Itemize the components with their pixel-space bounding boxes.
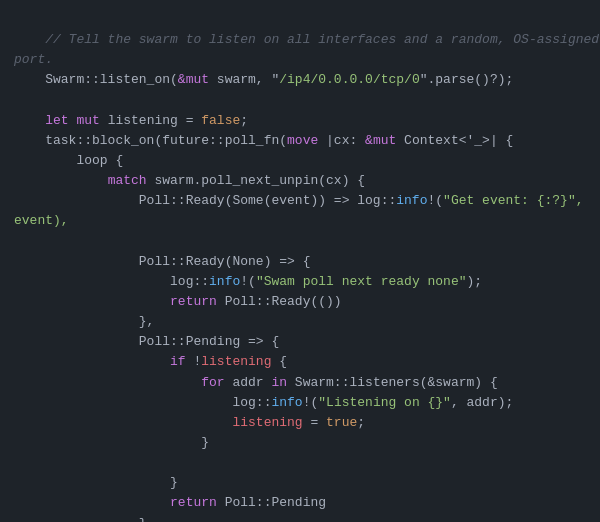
- code-line: Poll::Ready(Some(event)) => log::info!("…: [14, 193, 584, 208]
- code-line: event),: [14, 213, 69, 228]
- code-line: match swarm.poll_next_unpin(cx) {: [14, 173, 365, 188]
- code-line: log::info!("Swam poll next ready none");: [14, 274, 482, 289]
- code-line: loop {: [14, 153, 123, 168]
- comment-line2: port.: [14, 52, 53, 67]
- code-line: }: [14, 516, 147, 522]
- code-line: return Poll::Pending: [14, 495, 326, 510]
- code-line: task::block_on(future::poll_fn(move |cx:…: [14, 133, 513, 148]
- comment-line1: // Tell the swarm to listen on all inter…: [14, 32, 599, 47]
- code-line: if !listening {: [14, 354, 287, 369]
- code-line: Swarm::listen_on(&mut swarm, "/ip4/0.0.0…: [14, 72, 513, 87]
- code-line: }: [14, 475, 178, 490]
- code-line: }: [14, 435, 209, 450]
- code-container: // Tell the swarm to listen on all inter…: [0, 0, 600, 522]
- code-line: for addr in Swarm::listeners(&swarm) {: [14, 375, 498, 390]
- code-line: },: [14, 314, 154, 329]
- code-line: Poll::Ready(None) => {: [14, 254, 310, 269]
- code-line: let mut listening = false;: [14, 113, 248, 128]
- code-line: log::info!("Listening on {}", addr);: [14, 395, 513, 410]
- code-line: listening = true;: [14, 415, 365, 430]
- code-line: Poll::Pending => {: [14, 334, 279, 349]
- code-line: return Poll::Ready(()): [14, 294, 342, 309]
